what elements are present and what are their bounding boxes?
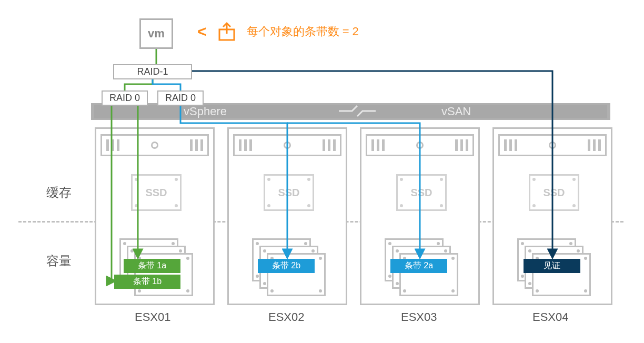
ssd-label: SSD (543, 187, 565, 199)
host-label-4: ESX04 (532, 310, 569, 324)
stripe-1a-badge: 条带 1a (124, 259, 180, 273)
ssd-label: SSD (278, 187, 299, 199)
host-esx03: SSD (360, 127, 480, 305)
stripe-2a-badge: 条带 2a (390, 259, 447, 273)
raid0-right-box: RAID 0 (157, 90, 204, 106)
host-label-1: ESX01 (135, 310, 171, 324)
host-header (498, 134, 607, 156)
raid1-label: RAID-1 (137, 66, 168, 77)
witness-badge: 见证 (524, 259, 580, 273)
ssd-cache: SSD (131, 174, 182, 211)
stripe-1b-badge: 条带 1b (114, 275, 180, 289)
raid0-left-label: RAID 0 (109, 93, 140, 103)
host-header (233, 134, 341, 156)
ssd-cache: SSD (264, 174, 314, 211)
banner-vsphere: vSphere (184, 105, 227, 118)
ssd-label: SSD (145, 187, 167, 199)
capacity-row-label: 容量 (46, 253, 72, 269)
vm-label: vm (148, 27, 165, 41)
cache-row-label: 缓存 (46, 184, 72, 201)
host-header (366, 134, 474, 156)
host-esx02: SSD (227, 127, 347, 305)
ssd-label: SSD (410, 187, 432, 199)
host-header (100, 134, 209, 156)
host-esx04: SSD (492, 127, 612, 305)
stripe-annotation: < 每个对象的条带数 = 2 (197, 21, 359, 42)
host-label-3: ESX03 (401, 310, 437, 324)
raid0-left-box: RAID 0 (102, 90, 148, 106)
diagram-stage: vm < 每个对象的条带数 = 2 RAID-1 RAID 0 RAID 0 v… (0, 0, 644, 343)
raid1-box: RAID-1 (113, 64, 192, 79)
ssd-cache: SSD (529, 174, 579, 211)
annotation-arrow-icon: < (197, 23, 207, 41)
banner-link-icon (336, 104, 378, 119)
annotation-text: 每个对象的条带数 = 2 (247, 24, 359, 39)
share-icon (216, 21, 237, 42)
vm-box: vm (139, 18, 173, 49)
host-label-2: ESX02 (268, 310, 305, 324)
banner-vsan: vSAN (441, 105, 471, 118)
stripe-2b-badge: 条带 2b (258, 259, 315, 273)
raid0-right-label: RAID 0 (165, 93, 196, 103)
ssd-cache: SSD (396, 174, 447, 211)
